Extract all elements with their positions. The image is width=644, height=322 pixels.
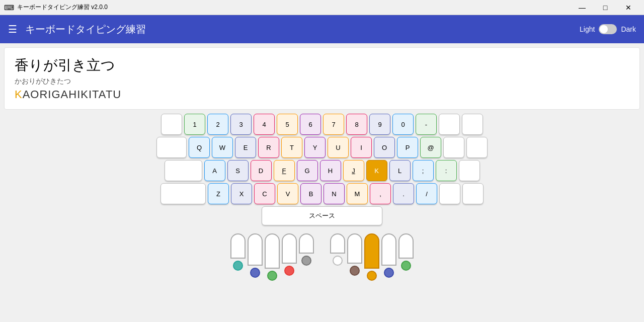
- finger-stem: [347, 233, 362, 264]
- key-w[interactable]: W: [212, 137, 233, 158]
- key-blank-2[interactable]: [462, 114, 483, 135]
- key-v[interactable]: V: [277, 183, 298, 204]
- key-i[interactable]: I: [351, 137, 372, 158]
- key-n[interactable]: N: [324, 183, 345, 204]
- maximize-button[interactable]: □: [594, 0, 617, 15]
- finger-stem: [265, 233, 280, 269]
- theme-dark-label: Dark: [621, 25, 636, 33]
- key-l[interactable]: L: [389, 160, 411, 181]
- toggle-knob: [600, 25, 608, 33]
- finger-right-pinky: [398, 233, 414, 281]
- finger-stem: [364, 233, 379, 269]
- key-t[interactable]: T: [281, 137, 302, 158]
- key-r[interactable]: R: [258, 137, 279, 158]
- key-blank-3[interactable]: [443, 137, 464, 158]
- finger-right-index: [347, 233, 362, 281]
- key-o[interactable]: O: [374, 137, 395, 158]
- finger-dot: [384, 268, 394, 278]
- key-2[interactable]: 2: [207, 114, 228, 135]
- finger-left-index: [282, 233, 297, 281]
- key-7[interactable]: 7: [323, 114, 344, 135]
- finger-stem: [282, 233, 297, 264]
- title-bar: ⌨ キーボードタイピング練習 v2.0.0 — □ ✕: [0, 0, 644, 15]
- key-minus[interactable]: -: [416, 114, 437, 135]
- key-shift-left[interactable]: [160, 183, 206, 204]
- key-f[interactable]: F: [274, 160, 295, 181]
- key-caps[interactable]: [165, 160, 202, 181]
- key-y[interactable]: Y: [304, 137, 326, 158]
- finger-stem: [230, 233, 246, 259]
- key-9[interactable]: 9: [369, 114, 390, 135]
- key-at[interactable]: @: [420, 137, 441, 158]
- key-slash[interactable]: /: [416, 183, 437, 204]
- key-x[interactable]: X: [231, 183, 252, 204]
- key-space[interactable]: スペース: [262, 206, 382, 225]
- finger-dot: [401, 261, 411, 271]
- key-q[interactable]: Q: [189, 137, 210, 158]
- keyboard-row-1: Q W E R T Y U I O P @: [156, 137, 488, 158]
- finger-stem: [330, 233, 345, 254]
- key-b[interactable]: B: [300, 183, 321, 204]
- theme-light-label: Light: [580, 25, 595, 33]
- keyboard-container: 1 2 3 4 5 6 7 8 9 0 - Q W E R T Y U I O …: [0, 114, 644, 227]
- finger-display: [0, 233, 644, 281]
- japanese-text: 香りが引き立つ: [15, 56, 629, 75]
- typed-characters: K: [15, 88, 23, 101]
- key-comma[interactable]: ,: [370, 183, 391, 204]
- finger-right-thumb: [330, 233, 345, 281]
- key-p[interactable]: P: [397, 137, 418, 158]
- key-tab[interactable]: [156, 137, 187, 158]
- keyboard-row-2: A S D F G H J K L ; :: [165, 160, 480, 181]
- key-6[interactable]: 6: [300, 114, 321, 135]
- title-bar-title: キーボードタイピング練習 v2.0.0: [17, 3, 571, 12]
- key-blank-1[interactable]: [439, 114, 460, 135]
- key-0[interactable]: 0: [392, 114, 414, 135]
- key-blank-5[interactable]: [439, 183, 460, 204]
- finger-left-ring: [248, 233, 263, 281]
- app-icon: ⌨: [4, 4, 14, 12]
- key-u[interactable]: U: [328, 137, 349, 158]
- finger-stem: [398, 233, 414, 259]
- key-enter[interactable]: [459, 160, 480, 181]
- app-header: ☰ キーボードタイピング練習 Light Dark: [0, 15, 644, 43]
- close-button[interactable]: ✕: [617, 0, 640, 15]
- finger-dot: [350, 266, 360, 276]
- finger-left-thumb: [299, 233, 314, 281]
- key-blank-6[interactable]: [462, 183, 484, 204]
- finger-stem: [381, 233, 396, 266]
- key-k[interactable]: K: [366, 160, 387, 181]
- finger-dot: [250, 268, 260, 278]
- key-e[interactable]: E: [235, 137, 256, 158]
- left-finger-group: [230, 233, 314, 281]
- finger-stem: [248, 233, 263, 266]
- key-blank-4[interactable]: [466, 137, 488, 158]
- key-blank-0[interactable]: [161, 114, 182, 135]
- menu-icon[interactable]: ☰: [8, 23, 17, 35]
- key-semicolon[interactable]: ;: [413, 160, 434, 181]
- key-h[interactable]: H: [320, 160, 341, 181]
- finger-dot: [301, 256, 311, 266]
- key-m[interactable]: M: [347, 183, 368, 204]
- minimize-button[interactable]: —: [571, 0, 594, 15]
- key-d[interactable]: D: [251, 160, 272, 181]
- key-colon[interactable]: :: [436, 160, 457, 181]
- title-bar-controls: — □ ✕: [571, 0, 640, 15]
- finger-right-middle: [364, 233, 379, 281]
- key-j[interactable]: J: [343, 160, 364, 181]
- key-a[interactable]: A: [204, 160, 225, 181]
- finger-stem: [299, 233, 314, 254]
- key-z[interactable]: Z: [208, 183, 229, 204]
- key-period[interactable]: .: [393, 183, 414, 204]
- finger-left-pinky: [230, 233, 246, 281]
- finger-right-ring: [381, 233, 396, 281]
- key-5[interactable]: 5: [277, 114, 298, 135]
- key-3[interactable]: 3: [230, 114, 252, 135]
- key-8[interactable]: 8: [346, 114, 367, 135]
- theme-switch[interactable]: [599, 24, 617, 34]
- key-c[interactable]: C: [254, 183, 275, 204]
- key-1[interactable]: 1: [184, 114, 205, 135]
- theme-toggle: Light Dark: [580, 24, 636, 34]
- key-4[interactable]: 4: [254, 114, 275, 135]
- key-g[interactable]: G: [297, 160, 318, 181]
- key-s[interactable]: S: [227, 160, 249, 181]
